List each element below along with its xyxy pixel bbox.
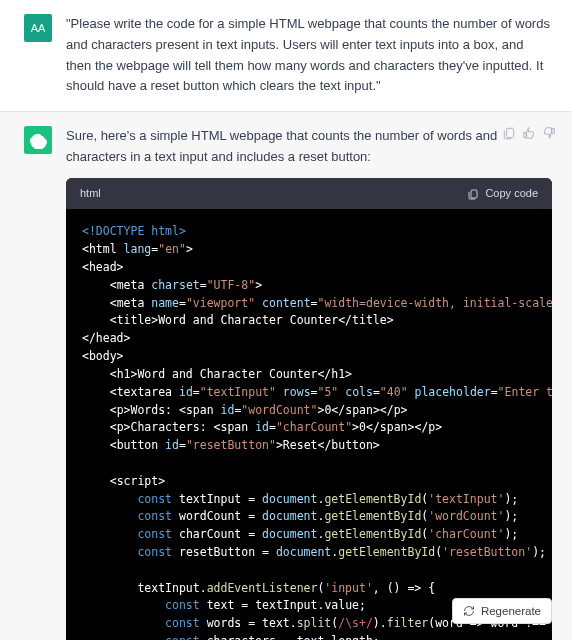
clipboard-icon <box>502 126 516 140</box>
code-token: rows <box>283 385 311 399</box>
code-token: name <box>151 296 179 310</box>
assistant-avatar <box>24 126 52 154</box>
code-token: resetButton <box>179 545 255 559</box>
code-token: .value; <box>317 598 365 612</box>
code-token: Characters: <box>130 420 213 434</box>
code-token: "charCount" <box>276 420 352 434</box>
code-token: const <box>137 492 172 506</box>
code-token: = <box>241 527 262 541</box>
thumbs-down-icon <box>542 126 556 140</box>
code-token: "resetButton" <box>186 438 276 452</box>
code-token: charset <box>151 278 199 292</box>
code-block: html Copy code <!DOCTYPE html> <html lan… <box>66 178 552 640</box>
code-token: const <box>165 616 200 630</box>
code-token: const <box>165 598 200 612</box>
code-token: charCount <box>179 527 241 541</box>
code-token: "viewport" <box>186 296 255 310</box>
copy-code-button[interactable]: Copy code <box>467 185 538 203</box>
code-token: filter <box>387 616 429 630</box>
code-token: id <box>165 438 179 452</box>
code-token: .length; <box>324 634 379 640</box>
svg-rect-0 <box>471 190 477 198</box>
code-token: Word and Character Counter <box>137 367 317 381</box>
code-token: id <box>221 403 235 417</box>
code-token: lang <box>124 242 152 256</box>
code-token: () => { <box>387 581 435 595</box>
code-token: <textarea <box>110 385 172 399</box>
code-token: characters <box>207 634 276 640</box>
code-token: <p> <box>110 403 131 417</box>
code-token: <meta <box>110 296 145 310</box>
code-token: document <box>262 527 317 541</box>
code-token: getElementById <box>324 492 421 506</box>
code-token: "5" <box>318 385 339 399</box>
code-token: getElementById <box>338 545 435 559</box>
code-token: Reset <box>283 438 318 452</box>
refresh-icon <box>463 605 475 617</box>
regenerate-button[interactable]: Regenerate <box>452 598 552 624</box>
code-token: "UTF-8" <box>207 278 255 292</box>
code-token: = <box>255 545 276 559</box>
code-header: html Copy code <box>66 178 552 210</box>
code-token: <html <box>82 242 117 256</box>
code-token: const <box>137 545 172 559</box>
svg-rect-1 <box>507 129 514 138</box>
code-token: addEventListener <box>207 581 318 595</box>
code-token: "wordCount" <box>241 403 317 417</box>
code-token: </span> <box>366 420 414 434</box>
code-token: id <box>255 420 269 434</box>
code-token: 0 <box>359 420 366 434</box>
code-token: <body> <box>82 349 124 363</box>
copy-message-button[interactable] <box>502 126 516 140</box>
code-token: <span <box>179 403 214 417</box>
code-token: "width=device-width, initial-scale=1.0" <box>318 296 553 310</box>
code-token: textInput <box>179 492 241 506</box>
code-token: "40" <box>380 385 408 399</box>
code-token: 'textInput' <box>428 492 504 506</box>
user-avatar: AA <box>24 14 52 42</box>
thumbs-up-icon <box>522 126 536 140</box>
regenerate-label: Regenerate <box>481 605 541 617</box>
code-token: </p> <box>380 403 408 417</box>
code-token: <!DOCTYPE html> <box>82 224 186 238</box>
code-token: /\s+/ <box>338 616 373 630</box>
message-actions <box>502 126 556 140</box>
code-token: document <box>262 509 317 523</box>
code-token: wordCount <box>179 509 241 523</box>
code-token: placeholder <box>415 385 491 399</box>
code-token: <meta <box>110 278 145 292</box>
code-token: cols <box>345 385 373 399</box>
code-lang-label: html <box>80 185 101 203</box>
thumbs-down-button[interactable] <box>542 126 556 140</box>
code-token: "Enter text here <box>498 385 552 399</box>
code-token: </p> <box>414 420 442 434</box>
code-token: getElementById <box>324 509 421 523</box>
code-token: </span> <box>331 403 379 417</box>
copy-code-label: Copy code <box>485 185 538 203</box>
code-token: split <box>297 616 332 630</box>
code-token: <title> <box>110 313 158 327</box>
code-token: Word and Character Counter <box>158 313 338 327</box>
code-token: <h1> <box>110 367 138 381</box>
assistant-intro-text: Sure, here's a simple HTML webpage that … <box>66 126 552 168</box>
code-token: 'input' <box>324 581 372 595</box>
assistant-message-content: Sure, here's a simple HTML webpage that … <box>66 126 552 640</box>
code-token: </title> <box>338 313 393 327</box>
code-token: </button> <box>317 438 379 452</box>
code-token: <head> <box>82 260 124 274</box>
code-token: const <box>165 634 200 640</box>
code-token: 'charCount' <box>428 527 504 541</box>
openai-logo-icon <box>29 131 47 149</box>
code-token: <script> <box>110 474 165 488</box>
clipboard-icon <box>467 188 479 200</box>
code-token: document <box>262 492 317 506</box>
code-token: id <box>179 385 193 399</box>
code-token: 'resetButton' <box>442 545 532 559</box>
code-token: content <box>262 296 310 310</box>
thumbs-up-button[interactable] <box>522 126 536 140</box>
code-content: <!DOCTYPE html> <html lang="en"> <head> … <box>66 209 552 640</box>
code-token: getElementById <box>324 527 421 541</box>
code-token: "en" <box>158 242 186 256</box>
code-token: </h1> <box>317 367 352 381</box>
code-token: 'wordCount' <box>428 509 504 523</box>
